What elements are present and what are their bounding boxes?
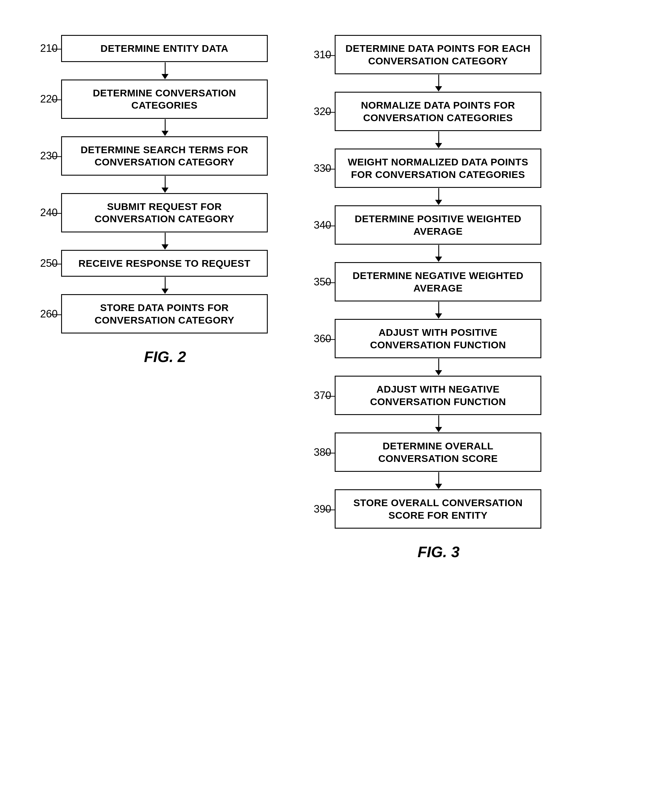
flow-box-210: DETERMINE ENTITY DATA [61, 35, 268, 62]
flow-box-230: DETERMINE SEARCH TERMS FOR CONVERSATION … [61, 136, 268, 176]
flow-box-250: RECEIVE RESPONSE TO REQUEST [61, 250, 268, 277]
step-number-380: 380 [303, 447, 335, 458]
flow-box-330: WEIGHT NORMALIZED DATA POINTS FOR CONVER… [335, 148, 541, 188]
step-row-240: 240SUBMIT REQUEST FOR CONVERSATION CATEG… [29, 193, 268, 232]
step-row-220: 220DETERMINE CONVERSATION CATEGORIES [29, 79, 268, 119]
arrow-360 [303, 358, 541, 376]
flow-box-220: DETERMINE CONVERSATION CATEGORIES [61, 79, 268, 119]
step-number-340: 340 [303, 220, 335, 230]
step-number-240: 240 [29, 207, 61, 218]
step-row-320: 320NORMALIZE DATA POINTS FOR CONVERSATIO… [303, 92, 541, 131]
step-row-250: 250RECEIVE RESPONSE TO REQUEST [29, 250, 268, 277]
arrow-210 [29, 62, 268, 79]
arrow-240 [29, 232, 268, 250]
fig2-column: 210DETERMINE ENTITY DATA220DETERMINE CON… [29, 23, 268, 366]
step-number-220: 220 [29, 94, 61, 104]
arrow-350 [303, 301, 541, 319]
step-number-210: 210 [29, 43, 61, 54]
flow-box-390: STORE OVERALL CONVERSATION SCORE FOR ENT… [335, 489, 541, 529]
arrow-330 [303, 188, 541, 205]
flow-box-240: SUBMIT REQUEST FOR CONVERSATION CATEGORY [61, 193, 268, 232]
step-number-390: 390 [303, 504, 335, 514]
flow-box-320: NORMALIZE DATA POINTS FOR CONVERSATION C… [335, 92, 541, 131]
arrow-370 [303, 415, 541, 432]
step-row-260: 260STORE DATA POINTS FOR CONVERSATION CA… [29, 294, 268, 334]
step-row-370: 370ADJUST WITH NEGATIVE CONVERSATION FUN… [303, 376, 541, 415]
arrow-220 [29, 119, 268, 136]
arrow-230 [29, 176, 268, 193]
step-row-310: 310DETERMINE DATA POINTS FOR EACH CONVER… [303, 35, 541, 74]
flow-box-350: DETERMINE NEGATIVE WEIGHTED AVERAGE [335, 262, 541, 301]
arrow-320 [303, 131, 541, 148]
fig-label-fig.2: FIG. 2 [29, 348, 268, 366]
flow-box-260: STORE DATA POINTS FOR CONVERSATION CATEG… [61, 294, 268, 334]
flow-box-380: DETERMINE OVERALL CONVERSATION SCORE [335, 432, 541, 472]
fig3-column: 310DETERMINE DATA POINTS FOR EACH CONVER… [303, 23, 541, 561]
step-number-320: 320 [303, 106, 335, 117]
step-number-310: 310 [303, 49, 335, 60]
arrow-310 [303, 74, 541, 92]
step-number-250: 250 [29, 258, 61, 269]
step-row-330: 330WEIGHT NORMALIZED DATA POINTS FOR CON… [303, 148, 541, 188]
step-row-350: 350DETERMINE NEGATIVE WEIGHTED AVERAGE [303, 262, 541, 301]
arrow-250 [29, 277, 268, 294]
flow-box-310: DETERMINE DATA POINTS FOR EACH CONVERSAT… [335, 35, 541, 74]
flow-box-340: DETERMINE POSITIVE WEIGHTED AVERAGE [335, 205, 541, 245]
step-number-260: 260 [29, 309, 61, 319]
flow-box-360: ADJUST WITH POSITIVE CONVERSATION FUNCTI… [335, 319, 541, 358]
fig-label-fig.3: FIG. 3 [303, 543, 541, 561]
flow-box-370: ADJUST WITH NEGATIVE CONVERSATION FUNCTI… [335, 376, 541, 415]
step-number-230: 230 [29, 151, 61, 161]
step-number-360: 360 [303, 334, 335, 344]
step-row-230: 230DETERMINE SEARCH TERMS FOR CONVERSATI… [29, 136, 268, 176]
step-number-370: 370 [303, 390, 335, 401]
step-number-330: 330 [303, 163, 335, 174]
step-row-360: 360ADJUST WITH POSITIVE CONVERSATION FUN… [303, 319, 541, 358]
step-row-340: 340DETERMINE POSITIVE WEIGHTED AVERAGE [303, 205, 541, 245]
step-number-350: 350 [303, 277, 335, 287]
page-container: 210DETERMINE ENTITY DATA220DETERMINE CON… [0, 0, 672, 805]
arrow-340 [303, 245, 541, 262]
arrow-380 [303, 472, 541, 489]
step-row-390: 390STORE OVERALL CONVERSATION SCORE FOR … [303, 489, 541, 529]
step-row-380: 380DETERMINE OVERALL CONVERSATION SCORE [303, 432, 541, 472]
step-row-210: 210DETERMINE ENTITY DATA [29, 35, 268, 62]
